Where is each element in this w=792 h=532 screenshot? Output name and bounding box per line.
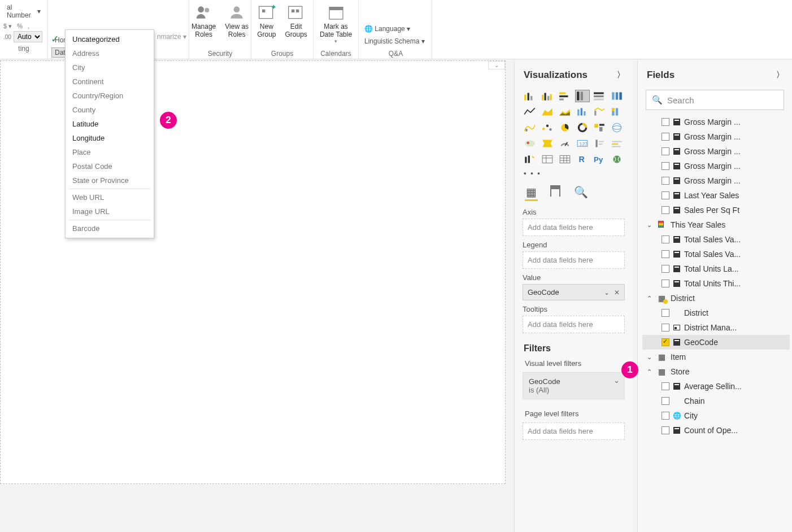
viz-type-icon[interactable] — [558, 137, 572, 150]
field-checkbox[interactable] — [662, 412, 669, 420]
field-item[interactable]: District — [642, 306, 790, 320]
auto-select[interactable]: Auto — [14, 31, 42, 42]
field-checkbox[interactable] — [662, 206, 669, 214]
viz-type-icon[interactable] — [558, 90, 572, 102]
viz-type-icon[interactable] — [540, 90, 555, 102]
viz-type-icon[interactable] — [558, 121, 572, 134]
field-checkbox[interactable] — [662, 147, 669, 155]
data-category-option[interactable]: Place — [66, 145, 154, 159]
visual-options-chevron-icon[interactable]: ⌄ — [488, 61, 505, 69]
legend-well[interactable]: Add data fields here — [523, 251, 625, 269]
data-category-option[interactable]: Continent — [66, 75, 154, 89]
field-item[interactable]: Total Units Thi... — [642, 276, 790, 291]
geocode-filter-card[interactable]: GeoCode is (All) ⌄ — [523, 372, 625, 399]
mark-date-table-button[interactable]: Mark as Date Table▾ — [317, 2, 354, 45]
more-visuals-button[interactable]: • • • — [515, 165, 633, 181]
page-filters-well[interactable]: Add data fields here — [523, 422, 625, 440]
data-category-option[interactable]: Country/Region — [66, 89, 154, 103]
field-checkbox[interactable] — [662, 397, 669, 405]
viz-type-icon[interactable] — [558, 106, 572, 118]
field-checkbox[interactable] — [662, 250, 669, 258]
fields-tab-icon[interactable]: ▦ — [526, 185, 537, 199]
viz-type-icon[interactable] — [575, 121, 590, 134]
field-checkbox[interactable] — [662, 236, 669, 243]
field-checkbox[interactable] — [662, 265, 669, 273]
field-checkbox[interactable] — [662, 191, 669, 199]
expand-icon[interactable]: ⌃ — [647, 368, 655, 376]
data-category-option[interactable]: State or Province — [66, 173, 154, 187]
viz-type-icon[interactable] — [523, 153, 537, 165]
edit-groups-button[interactable]: Edit Groups — [283, 2, 310, 40]
data-category-option[interactable]: Latitude — [66, 117, 154, 131]
data-category-option[interactable]: Address — [66, 46, 154, 60]
filter-expand-icon[interactable]: ⌄ — [613, 376, 620, 385]
field-checkbox[interactable] — [662, 338, 669, 346]
field-item[interactable]: Count of Ope... — [642, 423, 790, 438]
data-category-option[interactable]: County — [66, 103, 154, 117]
field-checkbox[interactable] — [662, 309, 669, 317]
expand-icon[interactable]: ⌃ — [647, 295, 655, 302]
field-checkbox[interactable] — [662, 324, 669, 332]
viz-type-icon[interactable]: 123 — [575, 137, 590, 150]
value-well[interactable]: GeoCode ⌄✕ — [523, 284, 625, 300]
collapse-chevron-icon[interactable]: 〉 — [617, 70, 625, 80]
summarize-partial[interactable]: nmarize ▾ — [157, 33, 186, 41]
viz-type-icon[interactable] — [592, 106, 607, 118]
viz-type-icon[interactable] — [610, 153, 624, 165]
field-item[interactable]: City — [642, 408, 790, 423]
field-item[interactable]: Gross Margin ... — [642, 129, 790, 144]
view-as-roles-button[interactable]: View as Roles — [223, 2, 251, 40]
tooltips-well[interactable]: Add data fields here — [523, 316, 625, 333]
linguistic-schema-dropdown[interactable]: Linguistic Schema ▾ — [364, 37, 425, 45]
data-category-option[interactable]: Longitude — [66, 131, 154, 145]
viz-type-icon[interactable] — [523, 90, 537, 102]
field-checkbox[interactable] — [662, 133, 669, 141]
viz-type-icon[interactable] — [610, 90, 624, 102]
new-group-button[interactable]: ✦ New Group — [255, 2, 278, 40]
viz-type-icon[interactable] — [610, 121, 624, 134]
collapse-chevron-icon[interactable]: 〉 — [776, 70, 784, 80]
viz-type-icon[interactable] — [540, 121, 555, 134]
expand-icon[interactable]: ⌄ — [647, 221, 655, 229]
table-row[interactable]: ⌄This Year Sales — [642, 217, 790, 232]
field-checkbox[interactable] — [662, 162, 669, 170]
table-row[interactable]: ⌃District — [642, 291, 790, 306]
table-row[interactable]: ⌃Store — [642, 364, 790, 379]
value-chevron-icon[interactable]: ⌄ — [604, 289, 610, 296]
viz-type-icon[interactable] — [523, 106, 537, 118]
analytics-tab-icon[interactable]: 🔍 — [574, 185, 588, 199]
viz-type-icon[interactable] — [540, 137, 555, 150]
manage-roles-button[interactable]: Manage Roles — [189, 2, 218, 40]
language-dropdown[interactable]: 🌐 Language ▾ — [364, 25, 425, 33]
field-checkbox[interactable] — [662, 177, 669, 185]
viz-type-icon[interactable] — [540, 153, 555, 165]
field-item[interactable]: Average Sellin... — [642, 379, 790, 394]
value-remove-icon[interactable]: ✕ — [614, 289, 620, 296]
data-category-option[interactable]: Uncategorized — [66, 32, 154, 46]
expand-icon[interactable]: ⌄ — [647, 354, 655, 361]
field-item[interactable]: Total Units La... — [642, 261, 790, 276]
format-dropdown[interactable]: al Number ▾ — [3, 2, 44, 20]
field-checkbox[interactable] — [662, 280, 669, 287]
data-category-option[interactable]: City — [66, 60, 154, 75]
viz-type-icon[interactable] — [610, 137, 624, 150]
decimal-auto[interactable]: .00 Auto — [3, 31, 42, 42]
axis-well[interactable]: Add data fields here — [523, 219, 625, 236]
viz-type-icon[interactable] — [592, 90, 607, 102]
field-item[interactable]: Gross Margin ... — [642, 159, 790, 173]
field-checkbox[interactable] — [662, 382, 669, 390]
viz-type-icon[interactable] — [592, 137, 607, 150]
field-item[interactable]: Gross Margin ... — [642, 144, 790, 159]
field-item[interactable]: Gross Margin ... — [642, 115, 790, 129]
fields-search-input[interactable]: 🔍 Search — [646, 90, 784, 110]
viz-type-icon[interactable] — [558, 153, 572, 165]
viz-type-icon[interactable] — [575, 106, 590, 118]
field-item[interactable]: District Mana... — [642, 320, 790, 335]
data-category-option[interactable]: Image URL — [66, 204, 154, 219]
field-checkbox[interactable] — [662, 118, 669, 126]
viz-type-icon[interactable] — [610, 106, 624, 118]
format-tab-icon[interactable] — [550, 185, 560, 197]
field-checkbox[interactable] — [662, 426, 669, 434]
viz-type-icon[interactable] — [523, 137, 537, 150]
table-row[interactable]: ⌄Item — [642, 350, 790, 364]
